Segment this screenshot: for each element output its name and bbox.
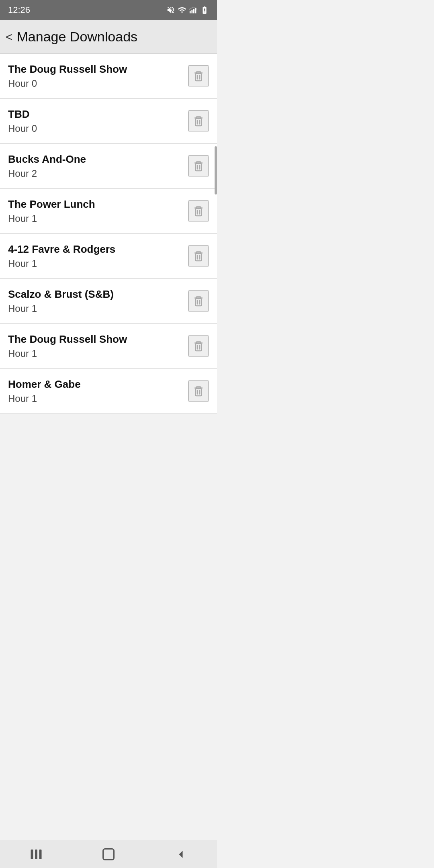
trash-icon: [191, 159, 206, 173]
item-subtitle: Hour 1: [8, 212, 183, 225]
trash-icon: [191, 384, 206, 398]
svg-rect-0: [190, 11, 191, 14]
item-subtitle: Hour 0: [8, 77, 183, 90]
header: < Manage Downloads: [0, 20, 217, 54]
download-item: The Doug Russell Show Hour 0: [0, 54, 217, 99]
item-subtitle: Hour 0: [8, 122, 183, 135]
item-title: The Power Lunch: [8, 198, 183, 211]
item-title: Bucks And-One: [8, 153, 183, 166]
delete-button[interactable]: [188, 291, 209, 311]
download-list: The Doug Russell Show Hour 0 TBD: [0, 54, 217, 414]
svg-rect-17: [196, 209, 202, 216]
delete-button[interactable]: [188, 111, 209, 131]
item-text: 4-12 Favre & Rodgers Hour 1: [8, 243, 183, 270]
trash-icon: [191, 249, 206, 263]
download-item: The Doug Russell Show Hour 1: [0, 324, 217, 369]
item-title: The Doug Russell Show: [8, 63, 183, 76]
delete-button[interactable]: [188, 66, 209, 86]
svg-rect-5: [196, 74, 202, 81]
item-subtitle: Hour 1: [8, 392, 183, 405]
content-spacer: [0, 414, 217, 494]
status-bar: 12:26: [0, 0, 217, 20]
item-title: TBD: [8, 108, 183, 121]
svg-rect-33: [196, 389, 202, 396]
download-list-container: The Doug Russell Show Hour 0 TBD: [0, 54, 217, 414]
download-item: Homer & Gabe Hour 1: [0, 369, 217, 414]
item-text: TBD Hour 0: [8, 108, 183, 135]
svg-rect-29: [196, 344, 202, 351]
item-subtitle: Hour 1: [8, 302, 183, 315]
back-button[interactable]: <: [6, 31, 13, 43]
item-text: The Power Lunch Hour 1: [8, 198, 183, 225]
trash-icon: [191, 294, 206, 308]
item-title: Homer & Gabe: [8, 378, 183, 391]
trash-icon: [191, 204, 206, 218]
download-item: Scalzo & Brust (S&B) Hour 1: [0, 279, 217, 324]
item-subtitle: Hour 2: [8, 167, 183, 180]
svg-rect-25: [196, 299, 202, 306]
download-item: Bucks And-One Hour 2: [0, 144, 217, 189]
status-icons: [166, 6, 209, 14]
item-text: Homer & Gabe Hour 1: [8, 378, 183, 405]
item-text: Scalzo & Brust (S&B) Hour 1: [8, 288, 183, 315]
item-text: Bucks And-One Hour 2: [8, 153, 183, 180]
item-text: The Doug Russell Show Hour 0: [8, 63, 183, 90]
mute-icon: [166, 6, 175, 14]
trash-icon: [191, 69, 206, 83]
delete-button[interactable]: [188, 156, 209, 176]
svg-rect-2: [193, 9, 194, 13]
svg-rect-9: [196, 119, 202, 126]
item-title: Scalzo & Brust (S&B): [8, 288, 183, 301]
delete-button[interactable]: [188, 201, 209, 221]
svg-rect-1: [191, 10, 192, 13]
item-title: The Doug Russell Show: [8, 333, 183, 346]
delete-button[interactable]: [188, 381, 209, 401]
download-item: 4-12 Favre & Rodgers Hour 1: [0, 234, 217, 279]
trash-icon: [191, 114, 206, 128]
item-subtitle: Hour 1: [8, 347, 183, 360]
svg-rect-3: [195, 8, 197, 14]
svg-rect-13: [196, 164, 202, 171]
delete-button[interactable]: [188, 336, 209, 356]
page-title: Manage Downloads: [17, 29, 138, 45]
wifi-icon: [178, 6, 186, 14]
item-title: 4-12 Favre & Rodgers: [8, 243, 183, 256]
status-time: 12:26: [8, 5, 30, 15]
item-text: The Doug Russell Show Hour 1: [8, 333, 183, 360]
battery-icon: [200, 6, 209, 14]
download-item: TBD Hour 0: [0, 99, 217, 144]
svg-rect-21: [196, 254, 202, 261]
delete-button[interactable]: [188, 246, 209, 266]
trash-icon: [191, 339, 206, 353]
download-item: The Power Lunch Hour 1: [0, 189, 217, 234]
item-subtitle: Hour 1: [8, 257, 183, 270]
signal-icon: [189, 6, 198, 14]
scroll-indicator: [215, 146, 217, 194]
